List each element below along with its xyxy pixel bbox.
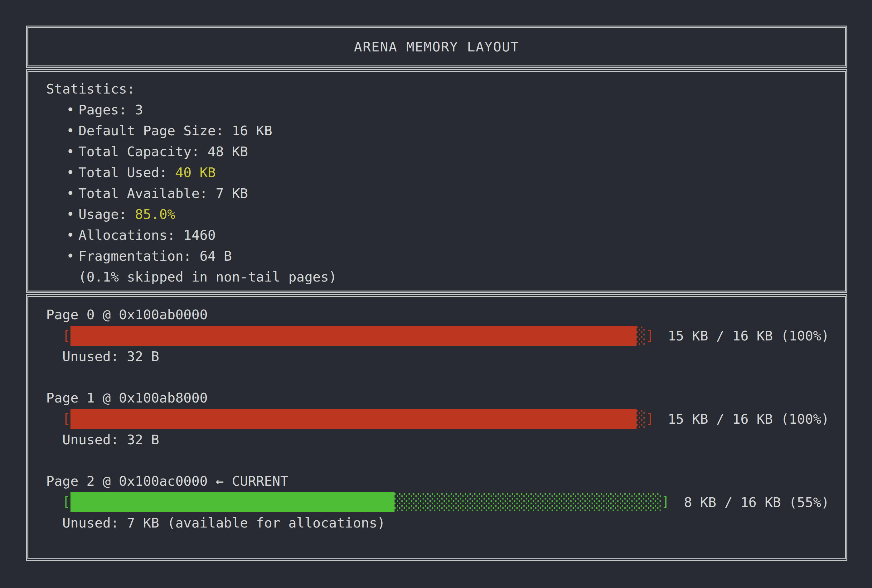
page-block-1: Page 1 @ 0x100ab8000 [░░░░░░░░░░░░░░░░░░… xyxy=(46,387,845,450)
page-block-2: Page 2 @ 0x100ac0000 ← CURRENT [░░░░░░░░… xyxy=(46,471,845,534)
bullet-icon: • xyxy=(66,204,79,225)
stat-row-fragmentation: •Fragmentation: 64 B xyxy=(46,246,832,267)
memory-usage-bar: [░░░░░░░░░░░░░░░░░░░░░░░░░░░░░░░░░░░░░░░… xyxy=(46,408,845,429)
page-header: Page 1 @ 0x100ab8000 xyxy=(46,387,845,408)
memory-usage-bar: [░░░░░░░░░░░░░░░░░░░░░░░░░░░░░░░░░░░░░░░… xyxy=(46,492,845,513)
bar-usage-text: 15 KB / 16 KB (100%) xyxy=(668,328,829,344)
stat-row-default-page-size: •Default Page Size: 16 KB xyxy=(46,120,832,141)
page-title: ARENA MEMORY LAYOUT xyxy=(354,39,519,54)
stat-row-pages: •Pages: 3 xyxy=(46,99,832,120)
pages-box: Page 0 @ 0x100ab0000 [░░░░░░░░░░░░░░░░░░… xyxy=(26,294,847,561)
bullet-icon: • xyxy=(66,120,79,141)
stat-row-total-used: •Total Used: 40 KB xyxy=(46,162,832,183)
page-unused-text: Unused: 32 B xyxy=(46,346,845,367)
bullet-icon: • xyxy=(66,246,79,267)
stat-row-total-capacity: •Total Capacity: 48 KB xyxy=(46,141,832,162)
bar-open-bracket: [ xyxy=(62,408,71,429)
bullet-icon: • xyxy=(66,141,79,162)
stat-value: 1460 xyxy=(183,227,216,243)
stat-label: Total Available: xyxy=(79,186,208,201)
bar-open-bracket: [ xyxy=(62,325,71,346)
stat-value: 7 KB xyxy=(216,186,248,201)
stat-label: Pages: xyxy=(79,102,127,117)
bar-usage-text: 8 KB / 16 KB (55%) xyxy=(684,495,829,510)
stat-value: 16 KB xyxy=(232,123,272,138)
page-block-0: Page 0 @ 0x100ab0000 [░░░░░░░░░░░░░░░░░░… xyxy=(46,304,845,367)
stat-value: 40 KB xyxy=(175,165,216,180)
bullet-icon: • xyxy=(66,99,79,120)
stat-value: 3 xyxy=(135,102,143,117)
bar-usage-text: 15 KB / 16 KB (100%) xyxy=(668,411,829,427)
bullet-icon: • xyxy=(66,225,79,246)
stat-row-allocations: •Allocations: 1460 xyxy=(46,225,832,246)
bullet-icon: • xyxy=(66,183,79,204)
stat-row-usage: •Usage: 85.0% xyxy=(46,204,832,225)
page-header: Page 2 @ 0x100ac0000 ← CURRENT xyxy=(46,471,845,492)
arena-memory-layout-screen: ARENA MEMORY LAYOUT Statistics: •Pages: … xyxy=(0,0,872,588)
bar-close-bracket: ] xyxy=(646,408,654,429)
memory-usage-bar: [░░░░░░░░░░░░░░░░░░░░░░░░░░░░░░░░░░░░░░░… xyxy=(46,325,845,346)
bar-filled-segment xyxy=(71,326,636,346)
bar-filled-segment xyxy=(71,492,395,512)
statistics-box: Statistics: •Pages: 3 •Default Page Size… xyxy=(26,69,847,293)
stat-value: 64 B xyxy=(200,248,232,264)
bar-filled-segment xyxy=(71,409,636,429)
page-header: Page 0 @ 0x100ab0000 xyxy=(46,304,845,325)
page-unused-text: Unused: 7 KB (available for allocations) xyxy=(46,513,845,534)
statistics-heading: Statistics: xyxy=(46,79,832,99)
bar-unused-segment: ░░░░░░░░░░░░░░░░░░░░░░░░░░░░░░░░░░░░░░░░… xyxy=(636,326,646,346)
stat-label: Fragmentation: xyxy=(79,248,192,264)
stat-value: 85.0% xyxy=(135,206,175,222)
stat-label: Usage: xyxy=(79,206,127,222)
stat-value: 48 KB xyxy=(208,144,248,159)
stat-label: Allocations: xyxy=(79,227,176,243)
bullet-icon: • xyxy=(66,162,79,183)
stat-label: Default Page Size: xyxy=(79,123,224,138)
bar-open-bracket: [ xyxy=(62,492,71,513)
stat-label: Total Capacity: xyxy=(79,144,200,159)
title-box: ARENA MEMORY LAYOUT xyxy=(26,26,847,68)
page-unused-text: Unused: 32 B xyxy=(46,429,845,450)
stat-label: Total Used: xyxy=(79,165,168,180)
stat-row-total-available: •Total Available: 7 KB xyxy=(46,183,832,204)
fragmentation-footnote: (0.1% skipped in non-tail pages) xyxy=(46,267,832,288)
bar-unused-segment: ░░░░░░░░░░░░░░░░░░░░░░░░░░░░░░░░░░░░░░░░… xyxy=(636,409,646,429)
bar-close-bracket: ] xyxy=(646,325,654,346)
bar-close-bracket: ] xyxy=(662,492,669,513)
bar-unused-segment: ░░░░░░░░░░░░░░░░░░░░░░░░░░░░░░░░░░░░░░░░… xyxy=(395,492,662,512)
